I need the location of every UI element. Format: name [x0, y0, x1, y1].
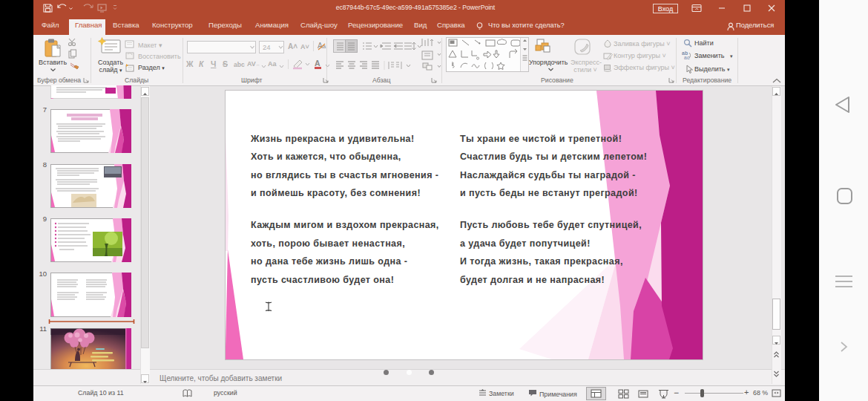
svg-text:ac: ac: [684, 55, 690, 60]
